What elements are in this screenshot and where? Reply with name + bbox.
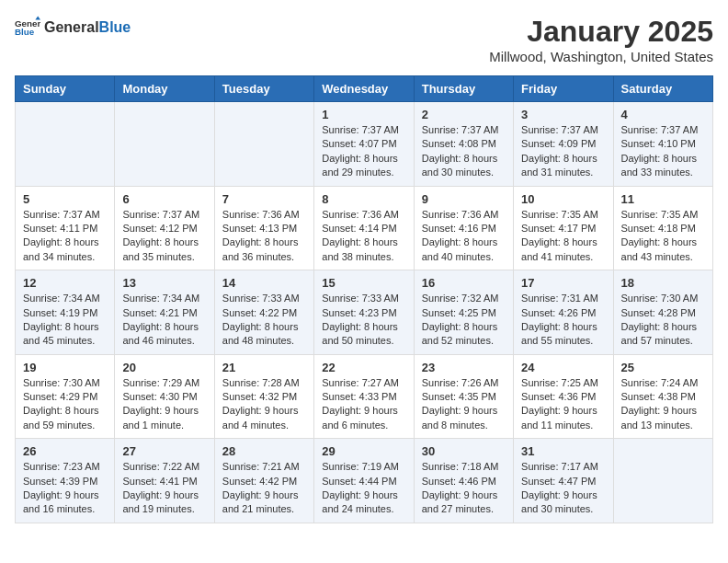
day-number: 24 [521, 361, 605, 374]
day-content: Sunrise: 7:33 AM Sunset: 4:23 PM Dayligh… [322, 292, 405, 349]
calendar-cell: 30Sunrise: 7:18 AM Sunset: 4:46 PM Dayli… [414, 439, 513, 523]
day-number: 23 [422, 361, 506, 374]
day-content: Sunrise: 7:36 AM Sunset: 4:14 PM Dayligh… [322, 208, 405, 265]
day-content: Sunrise: 7:36 AM Sunset: 4:13 PM Dayligh… [222, 208, 306, 265]
calendar-cell: 19Sunrise: 7:30 AM Sunset: 4:29 PM Dayli… [16, 354, 115, 439]
day-number: 6 [122, 192, 206, 206]
calendar-cell: 25Sunrise: 7:24 AM Sunset: 4:38 PM Dayli… [613, 354, 712, 439]
calendar-week-row: 12Sunrise: 7:34 AM Sunset: 4:19 PM Dayli… [16, 270, 713, 355]
svg-text:Blue: Blue [15, 27, 35, 37]
logo-icon: General Blue [15, 15, 40, 40]
calendar-cell: 20Sunrise: 7:29 AM Sunset: 4:30 PM Dayli… [115, 354, 214, 439]
calendar-week-row: 19Sunrise: 7:30 AM Sunset: 4:29 PM Dayli… [16, 354, 713, 439]
day-number: 31 [521, 444, 605, 458]
day-content: Sunrise: 7:37 AM Sunset: 4:07 PM Dayligh… [322, 123, 405, 180]
calendar-cell: 8Sunrise: 7:36 AM Sunset: 4:14 PM Daylig… [314, 186, 414, 270]
header-tuesday: Tuesday [214, 76, 313, 102]
calendar-cell: 29Sunrise: 7:19 AM Sunset: 4:44 PM Dayli… [314, 439, 414, 523]
calendar-cell: 12Sunrise: 7:34 AM Sunset: 4:19 PM Dayli… [16, 270, 115, 355]
header-sunday: Sunday [16, 76, 115, 102]
subtitle: Millwood, Washington, United States [489, 49, 713, 64]
header-saturday: Saturday [613, 76, 712, 102]
day-content: Sunrise: 7:37 AM Sunset: 4:10 PM Dayligh… [621, 123, 705, 180]
day-content: Sunrise: 7:34 AM Sunset: 4:19 PM Dayligh… [23, 292, 107, 349]
calendar-cell: 17Sunrise: 7:31 AM Sunset: 4:26 PM Dayli… [514, 270, 613, 355]
day-content: Sunrise: 7:24 AM Sunset: 4:38 PM Dayligh… [621, 376, 705, 433]
day-number: 20 [122, 361, 206, 374]
day-content: Sunrise: 7:17 AM Sunset: 4:47 PM Dayligh… [521, 460, 605, 517]
day-content: Sunrise: 7:26 AM Sunset: 4:35 PM Dayligh… [422, 376, 506, 433]
calendar-cell: 14Sunrise: 7:33 AM Sunset: 4:22 PM Dayli… [214, 270, 313, 355]
logo-blue-text: Blue [99, 19, 131, 35]
day-number: 4 [621, 108, 705, 121]
calendar-cell: 5Sunrise: 7:37 AM Sunset: 4:11 PM Daylig… [16, 186, 115, 270]
day-content: Sunrise: 7:29 AM Sunset: 4:30 PM Dayligh… [122, 376, 206, 433]
calendar-cell: 3Sunrise: 7:37 AM Sunset: 4:09 PM Daylig… [514, 102, 613, 187]
day-number: 15 [322, 276, 405, 290]
calendar-cell: 26Sunrise: 7:23 AM Sunset: 4:39 PM Dayli… [16, 439, 115, 523]
title-area: January 2025 Millwood, Washington, Unite… [489, 15, 713, 64]
day-content: Sunrise: 7:35 AM Sunset: 4:17 PM Dayligh… [521, 208, 605, 265]
days-header-row: Sunday Monday Tuesday Wednesday Thursday… [16, 76, 713, 102]
day-number: 10 [521, 192, 605, 206]
day-number: 14 [222, 276, 306, 290]
day-number: 17 [521, 276, 605, 290]
day-number: 16 [422, 276, 506, 290]
day-content: Sunrise: 7:37 AM Sunset: 4:09 PM Dayligh… [521, 123, 605, 180]
calendar-cell [214, 102, 313, 187]
calendar-cell: 24Sunrise: 7:25 AM Sunset: 4:36 PM Dayli… [514, 354, 613, 439]
calendar-cell: 31Sunrise: 7:17 AM Sunset: 4:47 PM Dayli… [514, 439, 613, 523]
day-number: 27 [122, 444, 206, 458]
calendar-cell: 22Sunrise: 7:27 AM Sunset: 4:33 PM Dayli… [314, 354, 414, 439]
day-number: 21 [222, 361, 306, 374]
day-content: Sunrise: 7:18 AM Sunset: 4:46 PM Dayligh… [422, 460, 506, 517]
calendar-week-row: 1Sunrise: 7:37 AM Sunset: 4:07 PM Daylig… [16, 102, 713, 187]
calendar-cell: 21Sunrise: 7:28 AM Sunset: 4:32 PM Dayli… [214, 354, 313, 439]
day-number: 13 [122, 276, 206, 290]
day-content: Sunrise: 7:35 AM Sunset: 4:18 PM Dayligh… [621, 208, 705, 265]
calendar-cell: 1Sunrise: 7:37 AM Sunset: 4:07 PM Daylig… [314, 102, 414, 187]
calendar-cell: 9Sunrise: 7:36 AM Sunset: 4:16 PM Daylig… [414, 186, 513, 270]
day-number: 29 [322, 444, 405, 458]
day-content: Sunrise: 7:36 AM Sunset: 4:16 PM Dayligh… [422, 208, 506, 265]
day-content: Sunrise: 7:22 AM Sunset: 4:41 PM Dayligh… [122, 460, 206, 517]
calendar-cell: 4Sunrise: 7:37 AM Sunset: 4:10 PM Daylig… [613, 102, 712, 187]
calendar-cell: 28Sunrise: 7:21 AM Sunset: 4:42 PM Dayli… [214, 439, 313, 523]
main-title: January 2025 [489, 15, 713, 49]
day-content: Sunrise: 7:21 AM Sunset: 4:42 PM Dayligh… [222, 460, 306, 517]
day-content: Sunrise: 7:31 AM Sunset: 4:26 PM Dayligh… [521, 292, 605, 349]
day-content: Sunrise: 7:30 AM Sunset: 4:29 PM Dayligh… [23, 376, 107, 433]
day-content: Sunrise: 7:37 AM Sunset: 4:08 PM Dayligh… [422, 123, 506, 180]
calendar-cell: 10Sunrise: 7:35 AM Sunset: 4:17 PM Dayli… [514, 186, 613, 270]
calendar-cell: 18Sunrise: 7:30 AM Sunset: 4:28 PM Dayli… [613, 270, 712, 355]
calendar-cell: 7Sunrise: 7:36 AM Sunset: 4:13 PM Daylig… [214, 186, 313, 270]
day-number: 12 [23, 276, 107, 290]
day-number: 9 [422, 192, 506, 206]
header-monday: Monday [115, 76, 214, 102]
calendar-cell: 15Sunrise: 7:33 AM Sunset: 4:23 PM Dayli… [314, 270, 414, 355]
day-number: 5 [23, 192, 107, 206]
day-content: Sunrise: 7:37 AM Sunset: 4:11 PM Dayligh… [23, 208, 107, 265]
calendar-cell [16, 102, 115, 187]
day-content: Sunrise: 7:34 AM Sunset: 4:21 PM Dayligh… [122, 292, 206, 349]
day-content: Sunrise: 7:19 AM Sunset: 4:44 PM Dayligh… [322, 460, 405, 517]
calendar-week-row: 5Sunrise: 7:37 AM Sunset: 4:11 PM Daylig… [16, 186, 713, 270]
calendar-cell [115, 102, 214, 187]
day-number: 11 [621, 192, 705, 206]
logo: General Blue GeneralBlue [15, 15, 131, 40]
day-content: Sunrise: 7:27 AM Sunset: 4:33 PM Dayligh… [322, 376, 405, 433]
day-number: 22 [322, 361, 405, 374]
day-content: Sunrise: 7:37 AM Sunset: 4:12 PM Dayligh… [122, 208, 206, 265]
calendar-cell: 6Sunrise: 7:37 AM Sunset: 4:12 PM Daylig… [115, 186, 214, 270]
header-wednesday: Wednesday [314, 76, 414, 102]
day-number: 2 [422, 108, 506, 121]
day-content: Sunrise: 7:25 AM Sunset: 4:36 PM Dayligh… [521, 376, 605, 433]
logo-general-text: General [44, 19, 99, 35]
calendar-cell: 23Sunrise: 7:26 AM Sunset: 4:35 PM Dayli… [414, 354, 513, 439]
day-content: Sunrise: 7:28 AM Sunset: 4:32 PM Dayligh… [222, 376, 306, 433]
day-content: Sunrise: 7:32 AM Sunset: 4:25 PM Dayligh… [422, 292, 506, 349]
day-number: 18 [621, 276, 705, 290]
day-number: 8 [322, 192, 405, 206]
calendar-cell: 2Sunrise: 7:37 AM Sunset: 4:08 PM Daylig… [414, 102, 513, 187]
calendar-week-row: 26Sunrise: 7:23 AM Sunset: 4:39 PM Dayli… [16, 439, 713, 523]
